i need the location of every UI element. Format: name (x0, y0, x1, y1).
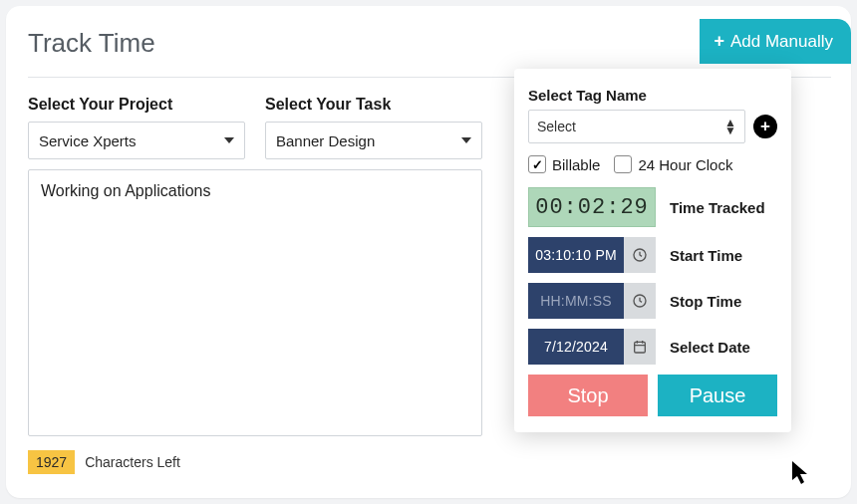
project-field: Select Your Project Service Xperts (28, 96, 245, 159)
sort-icon: ▲▼ (724, 119, 736, 134)
task-select[interactable]: Banner Design (265, 122, 482, 159)
stop-time-input[interactable]: HH:MM:SS (528, 283, 656, 319)
timer-display: 00:02:29 (528, 187, 656, 227)
stop-time-placeholder: HH:MM:SS (528, 283, 624, 319)
project-value: Service Xperts (39, 132, 137, 149)
page-title: Track Time (28, 28, 155, 59)
time-tracker-card: Track Time + Add Manually Select Your Pr… (6, 6, 851, 498)
billable-option: Billable (528, 155, 600, 173)
project-label: Select Your Project (28, 96, 245, 114)
task-value: Banner Design (276, 132, 375, 149)
pause-button[interactable]: Pause (658, 375, 777, 416)
chevron-down-icon (461, 137, 471, 143)
task-label: Select Your Task (265, 96, 482, 114)
tracker-panel: Select Tag Name Select ▲▼ + Billable 24 … (514, 69, 791, 432)
add-manually-button[interactable]: + Add Manually (700, 19, 851, 64)
tag-value: Select (537, 119, 576, 134)
char-count-badge: 1927 (28, 450, 75, 474)
date-input[interactable]: 7/12/2024 (528, 329, 656, 365)
task-field: Select Your Task Banner Design (265, 96, 482, 159)
start-time-row: 03:10:10 PM Start Time (528, 237, 777, 273)
description-input[interactable] (28, 169, 482, 436)
clock24-label: 24 Hour Clock (638, 156, 732, 173)
chevron-down-icon (224, 137, 234, 143)
clock-icon (624, 237, 656, 273)
char-left-label: Characters Left (85, 454, 180, 470)
add-tag-button[interactable]: + (753, 115, 777, 138)
stop-time-row: HH:MM:SS Stop Time (528, 283, 777, 319)
calendar-icon (624, 329, 656, 365)
tag-field: Select Tag Name Select ▲▼ (528, 87, 745, 143)
plus-icon: + (760, 117, 770, 136)
tag-select[interactable]: Select ▲▼ (528, 110, 745, 143)
stop-time-label: Stop Time (670, 293, 741, 310)
time-tracked-row: 00:02:29 Time Tracked (528, 187, 777, 227)
billable-checkbox[interactable] (528, 155, 546, 173)
project-select[interactable]: Service Xperts (28, 122, 245, 159)
clock24-checkbox[interactable] (614, 155, 632, 173)
time-tracked-label: Time Tracked (670, 199, 765, 216)
plus-icon: + (714, 31, 724, 52)
clock24-option: 24 Hour Clock (614, 155, 732, 173)
start-time-label: Start Time (670, 247, 742, 264)
svg-rect-2 (635, 342, 646, 353)
start-time-input[interactable]: 03:10:10 PM (528, 237, 656, 273)
clock-icon (624, 283, 656, 319)
tag-label: Select Tag Name (528, 87, 745, 104)
date-value: 7/12/2024 (528, 329, 624, 365)
options-row: Billable 24 Hour Clock (528, 155, 777, 173)
billable-label: Billable (552, 156, 600, 173)
stop-button[interactable]: Stop (528, 375, 648, 416)
date-label: Select Date (670, 339, 750, 356)
date-row: 7/12/2024 Select Date (528, 329, 777, 365)
action-buttons: Stop Pause (528, 375, 777, 416)
tag-row: Select Tag Name Select ▲▼ + (528, 87, 777, 143)
start-time-value: 03:10:10 PM (528, 237, 624, 273)
character-counter: 1927 Characters Left (28, 450, 831, 474)
add-manually-label: Add Manually (730, 32, 833, 52)
